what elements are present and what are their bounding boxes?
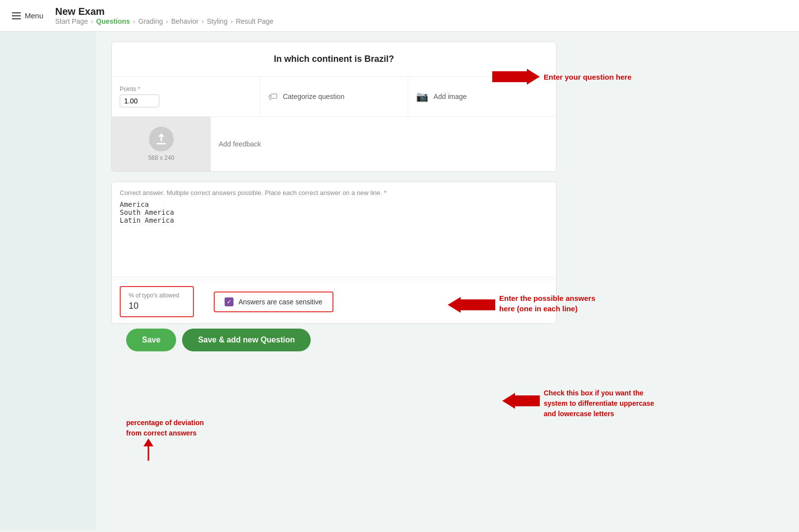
question-text[interactable]: In which continent is Brazil? (112, 42, 556, 77)
annotation-case-text: Check this box if you want the system to… (544, 388, 667, 419)
title-area: New Exam Start Page › Questions › Gradin… (55, 6, 274, 25)
breadcrumb-styling[interactable]: Styling (207, 17, 228, 25)
feedback-row: 568 x 240 (112, 117, 556, 171)
menu-button[interactable]: Menu (12, 11, 44, 20)
breadcrumb-grading[interactable]: Grading (139, 17, 163, 25)
layout: In which continent is Brazil? Points * 🏷… (0, 32, 799, 530)
case-sensitive-box[interactable]: ✓ Answers are case sensitive (214, 291, 333, 312)
breadcrumb-questions[interactable]: Questions (96, 17, 130, 25)
typo-value: 10 (129, 301, 185, 311)
exam-title: New Exam (55, 6, 274, 17)
sep3: › (166, 17, 168, 25)
question-card: In which continent is Brazil? Points * 🏷… (111, 42, 557, 172)
annotation-question-text: Enter your question here (544, 73, 632, 81)
camera-icon: 📷 (416, 91, 428, 102)
feedback-input[interactable] (211, 117, 556, 171)
sidebar (0, 32, 96, 530)
categorize-cell[interactable]: 🏷 Categorize question (260, 77, 409, 116)
answers-label: Correct answer. Multiple correct answers… (112, 182, 556, 198)
case-checkbox[interactable]: ✓ (225, 297, 234, 306)
sep5: › (231, 17, 233, 25)
breadcrumb-result[interactable]: Result Page (236, 17, 274, 25)
save-add-new-button[interactable]: Save & add new Question (182, 329, 311, 351)
annotation-question: Enter your question here (492, 69, 632, 85)
breadcrumb-behavior[interactable]: Behavior (171, 17, 198, 25)
page-wrapper: In which continent is Brazil? Points * 🏷… (111, 42, 784, 361)
options-row: Points * 🏷 Categorize question 📷 Add ima… (112, 77, 556, 117)
upload-dims: 568 x 240 (148, 154, 175, 161)
breadcrumb: Start Page › Questions › Grading › Behav… (55, 17, 274, 25)
up-arrow-icon (141, 438, 156, 463)
sep1: › (91, 17, 94, 25)
annotation-case: Check this box if you want the system to… (502, 388, 667, 419)
typo-box: % of typo's allowed 10 (120, 286, 194, 317)
sep4: › (201, 17, 204, 25)
annotation-answers-text: Enter the possible answers here (one in … (499, 293, 608, 314)
annotation-answers: Enter the possible answers here (one in … (448, 293, 608, 314)
points-cell: Points * (112, 77, 260, 116)
categorize-label: Categorize question (283, 93, 345, 100)
typo-label: % of typo's allowed (129, 292, 185, 299)
answers-textarea[interactable]: America South America Latin America (112, 198, 556, 278)
points-label: Points * (120, 86, 159, 93)
annotation-typo-text: percentage of deviation from correct ans… (126, 418, 215, 438)
breadcrumb-start[interactable]: Start Page (55, 17, 88, 25)
case-label: Answers are case sensitive (238, 298, 323, 306)
upload-icon (149, 127, 174, 151)
bottom-bar: Save Save & add new Question (126, 329, 571, 351)
svg-marker-1 (143, 438, 153, 446)
main-content: In which continent is Brazil? Points * 🏷… (96, 32, 799, 530)
upload-area[interactable]: 568 x 240 (112, 117, 211, 171)
tag-icon: 🏷 (268, 91, 278, 102)
save-button[interactable]: Save (126, 329, 176, 351)
add-image-label: Add image (433, 93, 467, 100)
points-input[interactable] (120, 95, 159, 107)
annotation-typo: percentage of deviation from correct ans… (126, 418, 215, 463)
sep2: › (133, 17, 136, 25)
header: Menu New Exam Start Page › Questions › G… (0, 0, 799, 32)
menu-label: Menu (25, 11, 44, 20)
hamburger-icon (12, 12, 21, 19)
